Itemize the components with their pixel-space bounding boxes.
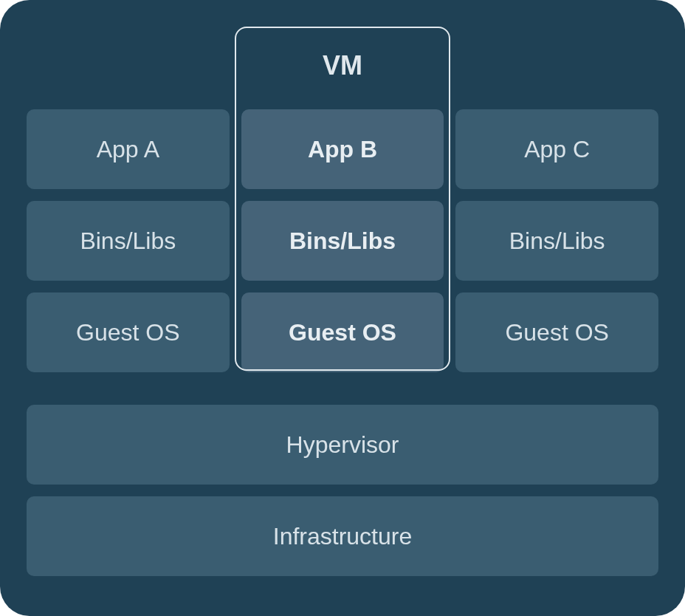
- infrastructure-row: Infrastructure: [27, 496, 658, 576]
- infrastructure-cell: Infrastructure: [27, 496, 658, 576]
- os-row: Guest OS Guest OS Guest OS: [27, 292, 658, 372]
- apps-row: App A App B App C: [27, 109, 658, 189]
- app-c-cell: App C: [455, 109, 658, 189]
- app-b-cell: App B: [241, 109, 444, 189]
- os-b-cell: Guest OS: [241, 292, 444, 372]
- vm-title: VM: [235, 27, 450, 105]
- os-c-cell: Guest OS: [455, 292, 658, 372]
- bins-b-cell: Bins/Libs: [241, 201, 444, 281]
- spacer: [27, 384, 658, 393]
- os-a-cell: Guest OS: [27, 292, 230, 372]
- app-a-cell: App A: [27, 109, 230, 189]
- bins-row: Bins/Libs Bins/Libs Bins/Libs: [27, 201, 658, 281]
- vm-architecture-diagram: VM App A App B App C Bins/Libs Bins/Libs…: [0, 0, 685, 616]
- hypervisor-cell: Hypervisor: [27, 405, 658, 485]
- hypervisor-row: Hypervisor: [27, 405, 658, 485]
- diagram-grid: App A App B App C Bins/Libs Bins/Libs Bi…: [27, 109, 658, 589]
- bins-c-cell: Bins/Libs: [455, 201, 658, 281]
- bins-a-cell: Bins/Libs: [27, 201, 230, 281]
